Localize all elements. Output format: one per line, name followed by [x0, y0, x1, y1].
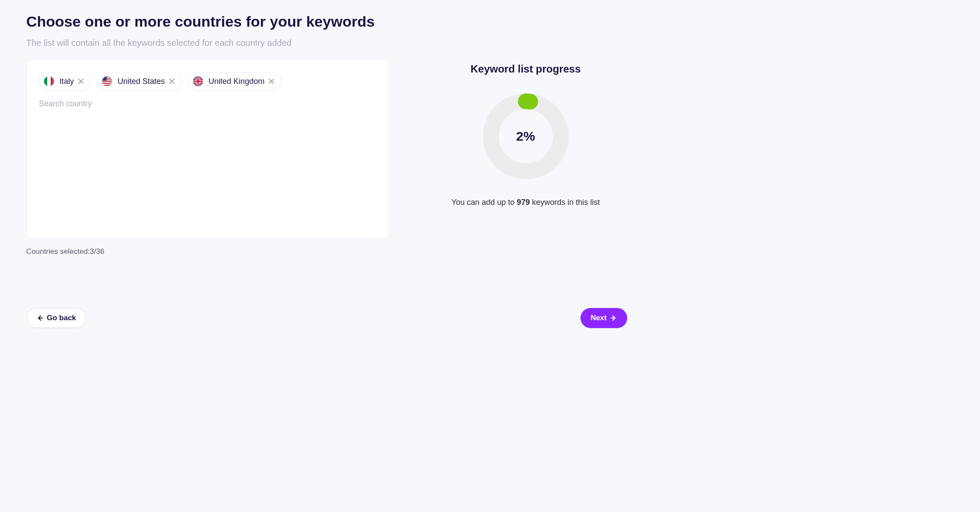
progress-caption-strong: 979	[517, 198, 530, 207]
svg-rect-10	[102, 82, 112, 83]
svg-rect-13	[102, 76, 107, 81]
arrow-left-icon	[36, 315, 43, 322]
next-button[interactable]: Next	[580, 308, 627, 328]
countries-selected-counter: Countries selected:3/36	[26, 247, 389, 256]
country-select-box: Italy	[26, 59, 389, 239]
country-chip-label: United Kingdom	[209, 77, 264, 86]
next-label: Next	[591, 314, 607, 322]
country-chip-us[interactable]: United States	[97, 72, 182, 90]
close-icon[interactable]	[77, 78, 84, 85]
progress-caption-suffix: keywords in this list	[530, 198, 600, 207]
go-back-label: Go back	[47, 314, 76, 322]
progress-title: Keyword list progress	[470, 63, 580, 75]
close-icon[interactable]	[268, 78, 275, 85]
progress-donut: 2%	[482, 93, 570, 180]
svg-rect-2	[47, 76, 51, 86]
flag-italy-icon	[44, 76, 54, 86]
flag-us-icon	[102, 76, 112, 86]
country-chip-uk[interactable]: United Kingdom	[188, 72, 281, 90]
countries-selected-label: Countries selected:	[26, 247, 90, 256]
arrow-right-icon	[610, 315, 617, 322]
search-country-input[interactable]	[39, 99, 376, 108]
progress-percent-label: 2%	[482, 93, 570, 180]
country-chip-label: United States	[118, 77, 165, 86]
close-icon[interactable]	[168, 78, 175, 85]
selected-chips-row: Italy	[39, 72, 376, 90]
progress-caption: You can add up to 979 keywords in this l…	[452, 197, 600, 208]
progress-caption-prefix: You can add up to	[452, 198, 517, 207]
country-chip-label: Italy	[59, 77, 74, 86]
countries-selected-value: 3/36	[90, 247, 104, 256]
page-title: Choose one or more countries for your ke…	[26, 13, 627, 30]
flag-uk-icon	[193, 76, 203, 86]
country-chip-italy[interactable]: Italy	[39, 72, 91, 90]
go-back-button[interactable]: Go back	[26, 308, 86, 328]
page-subtitle: The list will contain all the keywords s…	[26, 38, 627, 48]
